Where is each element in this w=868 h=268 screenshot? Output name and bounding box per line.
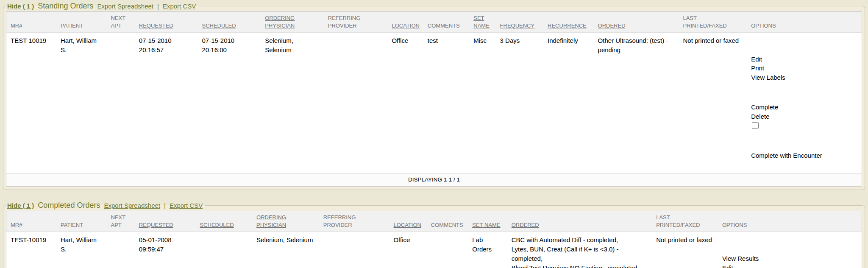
cell-set-name: Misc	[469, 33, 495, 173]
legend-separator: |	[164, 202, 166, 209]
completed-orders-title: Completed Orders	[38, 201, 100, 210]
cell-patient: Hart, William S.	[56, 33, 107, 173]
standing-order-checkbox[interactable]	[752, 122, 759, 129]
col-header-comments: COMMENTS	[423, 12, 469, 33]
col-header-frequency[interactable]: FREQUENCY	[496, 12, 544, 33]
complete-with-encounter-link[interactable]: Complete with Encounter	[751, 152, 822, 159]
col-header-scheduled[interactable]: SCHEDULED	[195, 211, 252, 232]
cell-last-printed-faxed: Not printed or faxed	[679, 33, 747, 173]
view-labels-link[interactable]: View Labels	[751, 74, 785, 81]
standing-export-csv-link[interactable]: Export CSV	[163, 3, 196, 10]
standing-hide-link[interactable]: Hide ( 1 )	[7, 3, 34, 10]
cell-scheduled	[195, 232, 252, 268]
completed-orders-section: Hide ( 1 ) Completed Orders Export Sprea…	[3, 201, 865, 268]
col-header-options: OPTIONS	[718, 211, 862, 232]
completed-orders-table: MR# PATIENT NEXT APT REQUESTED SCHEDULED…	[6, 211, 862, 268]
standing-order-row: TEST-10019 Hart, William S. 07-15-2010 2…	[6, 33, 862, 173]
standing-header-row: MR# PATIENT NEXT APT REQUESTED SCHEDULED…	[6, 12, 862, 33]
delete-link[interactable]: Delete	[751, 113, 769, 120]
edit-link[interactable]: Edit	[751, 56, 762, 63]
completed-order-row: TEST-10019 Hart, William S. 05-01-2008 0…	[6, 232, 862, 268]
completed-header-row: MR# PATIENT NEXT APT REQUESTED SCHEDULED…	[6, 211, 862, 232]
cell-ordering-physician: Selenium, Selenium	[252, 232, 319, 268]
cell-scheduled: 07-15-2010 20:16:00	[198, 33, 261, 173]
col-header-recurrence[interactable]: RECURRENCE	[543, 12, 594, 33]
cell-recurrence: Indefinitely	[543, 33, 594, 173]
col-header-last-printed-faxed: LAST PRINTED/FAXED	[679, 12, 747, 33]
standing-table-footer: DISPLAYING 1-1 / 1	[6, 173, 862, 187]
col-header-comments: COMMENTS	[427, 211, 468, 232]
cell-requested: 07-15-2010 20:16:57	[135, 33, 198, 173]
cell-location: Office	[387, 33, 423, 173]
cell-options: View Results Edit Print View Labels Comp…	[718, 232, 862, 268]
col-header-patient: PATIENT	[56, 211, 107, 232]
standing-orders-section: Hide ( 1 ) Standing Orders Export Spread…	[3, 2, 865, 190]
col-header-location[interactable]: LOCATION	[389, 211, 426, 232]
col-header-mr: MR#	[6, 12, 57, 33]
print-link[interactable]: Print	[751, 64, 764, 72]
col-header-scheduled[interactable]: SCHEDULED	[198, 12, 261, 33]
col-header-referring-provider: REFERRING PROVIDER	[319, 211, 389, 232]
cell-referring-provider	[319, 232, 389, 268]
edit-link[interactable]: Edit	[722, 264, 733, 268]
standing-orders-title: Standing Orders	[38, 2, 93, 11]
cell-ordered: CBC with Automated Diff - completed, Lyt…	[507, 232, 652, 268]
completed-export-spreadsheet-link[interactable]: Export Spreadsheet	[104, 202, 160, 209]
standing-orders-legend: Hide ( 1 ) Standing Orders Export Spread…	[6, 2, 198, 11]
col-header-location[interactable]: LOCATION	[387, 12, 423, 33]
cell-ordering-physician: Selenium, Selenium	[261, 33, 324, 173]
cell-referring-provider	[324, 33, 388, 173]
cell-options: Edit Print View Labels Complete Delete C…	[747, 33, 862, 173]
cell-ordered: Other Ultrasound: (test) - pending	[594, 33, 679, 173]
col-header-next-apt: NEXT APT	[107, 12, 135, 33]
col-header-referring-provider: REFERRING PROVIDER	[324, 12, 388, 33]
complete-link[interactable]: Complete	[751, 103, 778, 111]
col-header-patient: PATIENT	[56, 12, 107, 33]
col-header-set-name[interactable]: SET NAME	[468, 211, 507, 232]
cell-last-printed-faxed: Not printed or faxed	[652, 232, 718, 268]
cell-location: Office	[389, 232, 426, 268]
cell-requested: 05-01-2008 09:59:47	[135, 232, 196, 268]
cell-mr: TEST-10019	[6, 232, 57, 268]
col-header-requested[interactable]: REQUESTED	[135, 12, 198, 33]
cell-set-name: Lab Orders	[468, 232, 507, 268]
cell-frequency: 3 Days	[496, 33, 544, 173]
standing-export-spreadsheet-link[interactable]: Export Spreadsheet	[97, 3, 153, 10]
view-results-link[interactable]: View Results	[722, 255, 759, 262]
cell-comments: test	[423, 33, 469, 173]
legend-separator: |	[157, 3, 159, 10]
col-header-last-printed-faxed: LAST PRINTED/FAXED	[652, 211, 718, 232]
col-header-mr: MR#	[6, 211, 57, 232]
completed-orders-legend: Hide ( 1 ) Completed Orders Export Sprea…	[6, 201, 205, 210]
completed-export-csv-link[interactable]: Export CSV	[170, 202, 203, 209]
col-header-set-name[interactable]: SET NAME	[469, 12, 495, 33]
col-header-ordering-physician[interactable]: ORDERING PHYSICIAN	[261, 12, 324, 33]
cell-comments	[427, 232, 468, 268]
standing-orders-table: MR# PATIENT NEXT APT REQUESTED SCHEDULED…	[6, 11, 862, 187]
standing-displaying-count: DISPLAYING 1-1 / 1	[6, 173, 862, 187]
col-header-options: OPTIONS	[747, 12, 862, 33]
completed-hide-link[interactable]: Hide ( 1 )	[7, 202, 34, 209]
col-header-ordered[interactable]: ORDERED	[507, 211, 652, 232]
col-header-next-apt: NEXT APT	[107, 211, 135, 232]
cell-next-apt	[107, 33, 135, 173]
cell-next-apt	[107, 232, 135, 268]
cell-mr: TEST-10019	[6, 33, 57, 173]
cell-patient: Hart, William S.	[56, 232, 107, 268]
col-header-ordering-physician[interactable]: ORDERING PHYSICIAN	[252, 211, 319, 232]
col-header-requested[interactable]: REQUESTED	[135, 211, 196, 232]
col-header-ordered[interactable]: ORDERED	[594, 12, 679, 33]
